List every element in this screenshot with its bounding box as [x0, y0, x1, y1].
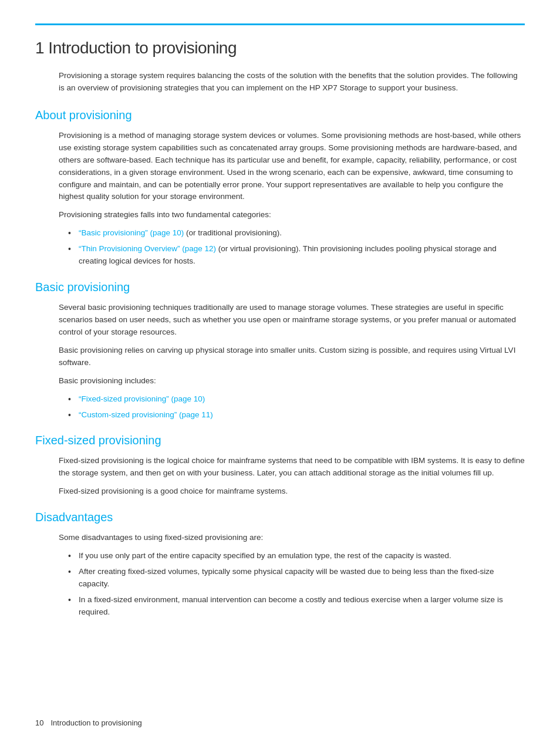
- section-fixed-sized-provisioning: Fixed-sized provisioning Fixed-sized pro…: [35, 431, 525, 498]
- section-about-provisioning: About provisioning Provisioning is a met…: [35, 106, 525, 268]
- footer-section-title: Introduction to provisioning: [50, 717, 141, 729]
- intro-paragraph: Provisioning a storage system requires b…: [59, 70, 525, 94]
- bullet-text: After creating fixed-sized volumes, typi…: [79, 567, 494, 588]
- basic-bullet-list: “Fixed-sized provisioning” (page 10) “Cu…: [68, 393, 525, 421]
- section-heading-about-provisioning: About provisioning: [35, 106, 525, 124]
- bullet-rest-text: (or traditional provisioning).: [184, 228, 282, 237]
- fixed-para-1: Fixed-sized provisioning is the logical …: [59, 455, 525, 480]
- about-para-1: Provisioning is a method of managing sto…: [59, 130, 525, 204]
- section-heading-basic-provisioning: Basic provisioning: [35, 278, 525, 296]
- basic-provisioning-link[interactable]: “Basic provisioning” (page 10): [79, 228, 184, 237]
- list-item: “Fixed-sized provisioning” (page 10): [68, 393, 525, 406]
- chapter-title: 1 Introduction to provisioning: [35, 36, 525, 60]
- list-item: If you use only part of the entire capac…: [68, 550, 525, 562]
- about-bullet-list: “Basic provisioning” (page 10) (or tradi…: [68, 227, 525, 268]
- disadvantages-bullet-list: If you use only part of the entire capac…: [68, 550, 525, 619]
- list-item: In a fixed-sized environment, manual int…: [68, 594, 525, 619]
- section-content-disadvantages: Some disadvantages to using fixed-sized …: [59, 532, 525, 619]
- section-basic-provisioning: Basic provisioning Several basic provisi…: [35, 278, 525, 421]
- fixed-para-2: Fixed-sized provisioning is a good choic…: [59, 485, 525, 498]
- bullet-text: In a fixed-sized environment, manual int…: [79, 595, 503, 616]
- basic-para-3: Basic provisioning includes:: [59, 375, 525, 387]
- disadvantages-para-1: Some disadvantages to using fixed-sized …: [59, 532, 525, 544]
- page: 1 Introduction to provisioning Provision…: [0, 0, 560, 746]
- list-item: “Custom-sized provisioning” (page 11): [68, 409, 525, 421]
- basic-para-2: Basic provisioning relies on carving up …: [59, 345, 525, 369]
- section-content-about-provisioning: Provisioning is a method of managing sto…: [59, 130, 525, 268]
- section-content-basic-provisioning: Several basic provisioning techniques tr…: [59, 302, 525, 421]
- list-item: After creating fixed-sized volumes, typi…: [68, 566, 525, 590]
- fixed-sized-link[interactable]: “Fixed-sized provisioning” (page 10): [79, 394, 205, 403]
- list-item: “Basic provisioning” (page 10) (or tradi…: [68, 227, 525, 239]
- basic-para-1: Several basic provisioning techniques tr…: [59, 302, 525, 339]
- section-disadvantages: Disadvantages Some disadvantages to usin…: [35, 508, 525, 619]
- about-para-2: Provisioning strategies falls into two f…: [59, 209, 525, 221]
- footer: 10 Introduction to provisioning: [35, 717, 525, 729]
- custom-sized-link[interactable]: “Custom-sized provisioning” (page 11): [79, 410, 213, 419]
- section-heading-fixed-sized: Fixed-sized provisioning: [35, 431, 525, 449]
- section-content-fixed-sized: Fixed-sized provisioning is the logical …: [59, 455, 525, 498]
- top-rule: [35, 23, 525, 25]
- thin-provisioning-link[interactable]: “Thin Provisioning Overview” (page 12): [79, 244, 216, 253]
- footer-page-number: 10: [35, 717, 43, 729]
- bullet-text: If you use only part of the entire capac…: [79, 551, 451, 560]
- list-item: “Thin Provisioning Overview” (page 12) (…: [68, 243, 525, 268]
- section-heading-disadvantages: Disadvantages: [35, 508, 525, 526]
